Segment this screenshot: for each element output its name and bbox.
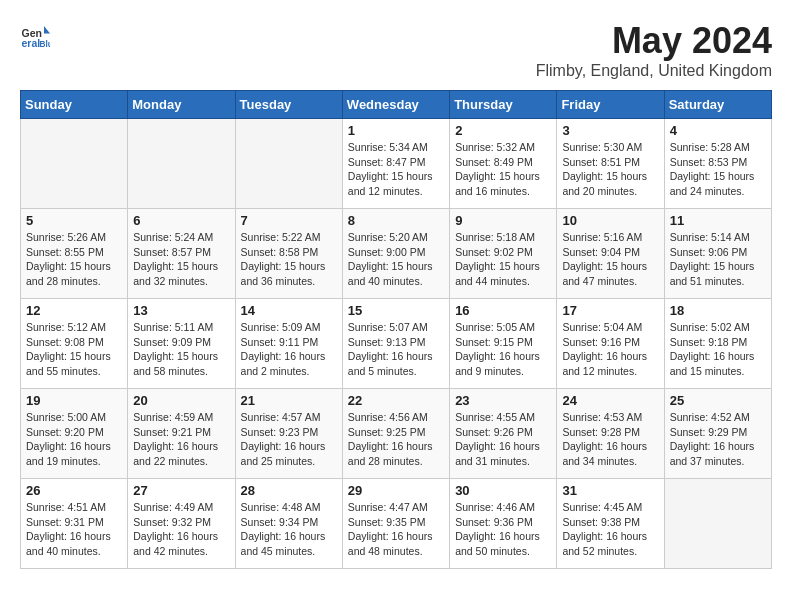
- calendar-cell: 26Sunrise: 4:51 AMSunset: 9:31 PMDayligh…: [21, 479, 128, 569]
- day-info: Sunrise: 4:46 AMSunset: 9:36 PMDaylight:…: [455, 500, 551, 559]
- day-number: 27: [133, 483, 229, 498]
- day-info: Sunrise: 5:05 AMSunset: 9:15 PMDaylight:…: [455, 320, 551, 379]
- calendar-week-3: 12Sunrise: 5:12 AMSunset: 9:08 PMDayligh…: [21, 299, 772, 389]
- calendar-week-5: 26Sunrise: 4:51 AMSunset: 9:31 PMDayligh…: [21, 479, 772, 569]
- calendar-week-1: 1Sunrise: 5:34 AMSunset: 8:47 PMDaylight…: [21, 119, 772, 209]
- day-number: 31: [562, 483, 658, 498]
- svg-text:eral: eral: [22, 37, 41, 49]
- day-info: Sunrise: 5:18 AMSunset: 9:02 PMDaylight:…: [455, 230, 551, 289]
- calendar-cell: [235, 119, 342, 209]
- day-info: Sunrise: 5:02 AMSunset: 9:18 PMDaylight:…: [670, 320, 766, 379]
- day-info: Sunrise: 5:12 AMSunset: 9:08 PMDaylight:…: [26, 320, 122, 379]
- day-number: 11: [670, 213, 766, 228]
- location-title: Flimby, England, United Kingdom: [536, 62, 772, 80]
- day-number: 24: [562, 393, 658, 408]
- day-info: Sunrise: 4:47 AMSunset: 9:35 PMDaylight:…: [348, 500, 444, 559]
- weekday-header-wednesday: Wednesday: [342, 91, 449, 119]
- day-number: 30: [455, 483, 551, 498]
- calendar-cell: 21Sunrise: 4:57 AMSunset: 9:23 PMDayligh…: [235, 389, 342, 479]
- day-number: 5: [26, 213, 122, 228]
- day-info: Sunrise: 5:04 AMSunset: 9:16 PMDaylight:…: [562, 320, 658, 379]
- day-info: Sunrise: 5:00 AMSunset: 9:20 PMDaylight:…: [26, 410, 122, 469]
- calendar-cell: 18Sunrise: 5:02 AMSunset: 9:18 PMDayligh…: [664, 299, 771, 389]
- day-number: 25: [670, 393, 766, 408]
- day-info: Sunrise: 5:09 AMSunset: 9:11 PMDaylight:…: [241, 320, 337, 379]
- calendar-cell: [128, 119, 235, 209]
- day-number: 13: [133, 303, 229, 318]
- calendar-cell: 9Sunrise: 5:18 AMSunset: 9:02 PMDaylight…: [450, 209, 557, 299]
- day-info: Sunrise: 5:07 AMSunset: 9:13 PMDaylight:…: [348, 320, 444, 379]
- calendar-cell: 12Sunrise: 5:12 AMSunset: 9:08 PMDayligh…: [21, 299, 128, 389]
- weekday-header-monday: Monday: [128, 91, 235, 119]
- calendar-cell: 10Sunrise: 5:16 AMSunset: 9:04 PMDayligh…: [557, 209, 664, 299]
- weekday-header-thursday: Thursday: [450, 91, 557, 119]
- day-number: 22: [348, 393, 444, 408]
- calendar-cell: [21, 119, 128, 209]
- calendar-week-2: 5Sunrise: 5:26 AMSunset: 8:55 PMDaylight…: [21, 209, 772, 299]
- day-number: 26: [26, 483, 122, 498]
- day-number: 7: [241, 213, 337, 228]
- calendar-cell: 17Sunrise: 5:04 AMSunset: 9:16 PMDayligh…: [557, 299, 664, 389]
- day-number: 23: [455, 393, 551, 408]
- calendar-cell: 15Sunrise: 5:07 AMSunset: 9:13 PMDayligh…: [342, 299, 449, 389]
- calendar-cell: 1Sunrise: 5:34 AMSunset: 8:47 PMDaylight…: [342, 119, 449, 209]
- calendar-cell: 3Sunrise: 5:30 AMSunset: 8:51 PMDaylight…: [557, 119, 664, 209]
- calendar-cell: 7Sunrise: 5:22 AMSunset: 8:58 PMDaylight…: [235, 209, 342, 299]
- day-info: Sunrise: 4:49 AMSunset: 9:32 PMDaylight:…: [133, 500, 229, 559]
- day-info: Sunrise: 5:26 AMSunset: 8:55 PMDaylight:…: [26, 230, 122, 289]
- calendar-cell: 30Sunrise: 4:46 AMSunset: 9:36 PMDayligh…: [450, 479, 557, 569]
- day-number: 3: [562, 123, 658, 138]
- day-number: 6: [133, 213, 229, 228]
- day-info: Sunrise: 5:28 AMSunset: 8:53 PMDaylight:…: [670, 140, 766, 199]
- calendar-cell: 27Sunrise: 4:49 AMSunset: 9:32 PMDayligh…: [128, 479, 235, 569]
- day-number: 16: [455, 303, 551, 318]
- day-info: Sunrise: 5:34 AMSunset: 8:47 PMDaylight:…: [348, 140, 444, 199]
- day-info: Sunrise: 5:30 AMSunset: 8:51 PMDaylight:…: [562, 140, 658, 199]
- day-info: Sunrise: 4:57 AMSunset: 9:23 PMDaylight:…: [241, 410, 337, 469]
- calendar-cell: 22Sunrise: 4:56 AMSunset: 9:25 PMDayligh…: [342, 389, 449, 479]
- day-info: Sunrise: 5:32 AMSunset: 8:49 PMDaylight:…: [455, 140, 551, 199]
- day-number: 14: [241, 303, 337, 318]
- day-info: Sunrise: 4:59 AMSunset: 9:21 PMDaylight:…: [133, 410, 229, 469]
- weekday-header-sunday: Sunday: [21, 91, 128, 119]
- day-number: 28: [241, 483, 337, 498]
- day-number: 17: [562, 303, 658, 318]
- calendar-cell: 29Sunrise: 4:47 AMSunset: 9:35 PMDayligh…: [342, 479, 449, 569]
- weekday-header-friday: Friday: [557, 91, 664, 119]
- day-number: 29: [348, 483, 444, 498]
- day-info: Sunrise: 5:11 AMSunset: 9:09 PMDaylight:…: [133, 320, 229, 379]
- weekday-header-row: SundayMondayTuesdayWednesdayThursdayFrid…: [21, 91, 772, 119]
- calendar-cell: 6Sunrise: 5:24 AMSunset: 8:57 PMDaylight…: [128, 209, 235, 299]
- day-info: Sunrise: 4:48 AMSunset: 9:34 PMDaylight:…: [241, 500, 337, 559]
- calendar-cell: 31Sunrise: 4:45 AMSunset: 9:38 PMDayligh…: [557, 479, 664, 569]
- page-header: Gen eral Blue May 2024 Flimby, England, …: [20, 20, 772, 80]
- day-number: 21: [241, 393, 337, 408]
- calendar-week-4: 19Sunrise: 5:00 AMSunset: 9:20 PMDayligh…: [21, 389, 772, 479]
- day-info: Sunrise: 5:16 AMSunset: 9:04 PMDaylight:…: [562, 230, 658, 289]
- day-number: 8: [348, 213, 444, 228]
- calendar-cell: 23Sunrise: 4:55 AMSunset: 9:26 PMDayligh…: [450, 389, 557, 479]
- day-info: Sunrise: 5:22 AMSunset: 8:58 PMDaylight:…: [241, 230, 337, 289]
- day-info: Sunrise: 5:20 AMSunset: 9:00 PMDaylight:…: [348, 230, 444, 289]
- month-title: May 2024: [536, 20, 772, 62]
- day-info: Sunrise: 4:56 AMSunset: 9:25 PMDaylight:…: [348, 410, 444, 469]
- calendar-cell: 14Sunrise: 5:09 AMSunset: 9:11 PMDayligh…: [235, 299, 342, 389]
- title-block: May 2024 Flimby, England, United Kingdom: [536, 20, 772, 80]
- calendar-cell: 19Sunrise: 5:00 AMSunset: 9:20 PMDayligh…: [21, 389, 128, 479]
- calendar-cell: 20Sunrise: 4:59 AMSunset: 9:21 PMDayligh…: [128, 389, 235, 479]
- day-info: Sunrise: 4:55 AMSunset: 9:26 PMDaylight:…: [455, 410, 551, 469]
- weekday-header-saturday: Saturday: [664, 91, 771, 119]
- calendar-cell: 13Sunrise: 5:11 AMSunset: 9:09 PMDayligh…: [128, 299, 235, 389]
- calendar-cell: 28Sunrise: 4:48 AMSunset: 9:34 PMDayligh…: [235, 479, 342, 569]
- svg-text:Blue: Blue: [40, 40, 51, 49]
- day-number: 19: [26, 393, 122, 408]
- day-info: Sunrise: 4:53 AMSunset: 9:28 PMDaylight:…: [562, 410, 658, 469]
- svg-marker-2: [44, 26, 50, 34]
- day-info: Sunrise: 5:24 AMSunset: 8:57 PMDaylight:…: [133, 230, 229, 289]
- day-number: 4: [670, 123, 766, 138]
- calendar-cell: 4Sunrise: 5:28 AMSunset: 8:53 PMDaylight…: [664, 119, 771, 209]
- calendar-table: SundayMondayTuesdayWednesdayThursdayFrid…: [20, 90, 772, 569]
- day-info: Sunrise: 4:45 AMSunset: 9:38 PMDaylight:…: [562, 500, 658, 559]
- calendar-cell: 24Sunrise: 4:53 AMSunset: 9:28 PMDayligh…: [557, 389, 664, 479]
- day-number: 1: [348, 123, 444, 138]
